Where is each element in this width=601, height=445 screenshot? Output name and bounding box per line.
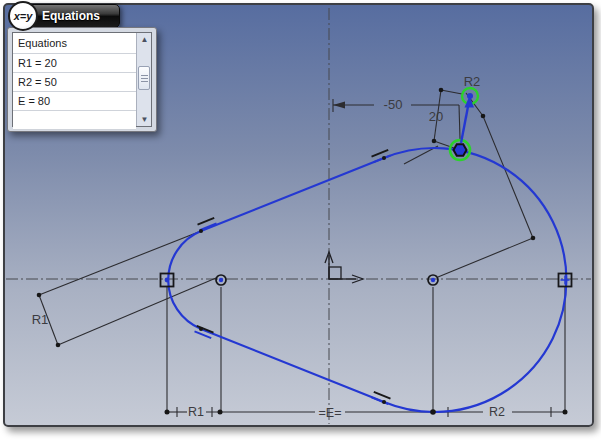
selection-arrow: [461, 96, 474, 143]
equations-panel: Equations R1 = 20 R2 = 50 E = 80 ▲ ▼: [7, 27, 157, 132]
left-circle-center-marker[interactable]: [216, 275, 226, 285]
sketch-markers[interactable]: [161, 274, 572, 287]
highlighted-points[interactable]: [450, 88, 478, 160]
r1-leader-to-center[interactable]: [58, 278, 216, 345]
r1-radius-label[interactable]: R1: [32, 312, 49, 327]
r1-leader-to-tangent[interactable]: [39, 231, 201, 295]
r2-ext-line[interactable]: [441, 90, 462, 94]
equations-rows: Equations R1 = 20 R2 = 50 E = 80: [13, 33, 136, 126]
equation-row-r1[interactable]: R1 = 20: [13, 54, 136, 73]
tangent-icon: [372, 150, 391, 162]
equations-scrollbar[interactable]: ▲ ▼: [136, 33, 151, 126]
dim-r1-text[interactable]: R1: [188, 405, 204, 419]
equations-list-header[interactable]: Equations: [13, 33, 136, 54]
dim-height-text[interactable]: 20: [429, 109, 443, 124]
tangent-icon: [198, 218, 217, 230]
equations-xy-icon: x=y: [8, 1, 38, 31]
scrollbar-thumb[interactable]: [138, 66, 150, 90]
scroll-down-icon[interactable]: ▼: [137, 113, 152, 126]
right-quadrant-point-marker[interactable]: [559, 274, 572, 287]
selected-arc-point-highlight[interactable]: [450, 140, 470, 160]
equation-row-e[interactable]: E = 80: [13, 92, 136, 111]
r2-radius-label[interactable]: R2: [464, 74, 481, 89]
equations-list: Equations R1 = 20 R2 = 50 E = 80 ▲ ▼: [12, 32, 152, 127]
dim-50-ext: [459, 105, 460, 139]
scroll-up-icon[interactable]: ▲: [137, 33, 152, 46]
left-quadrant-point-marker[interactable]: [161, 274, 174, 287]
dim-50-arrowhead: [333, 102, 345, 109]
equations-xy-icon-text: x=y: [14, 10, 33, 22]
belt-profile-curve[interactable]: [168, 148, 566, 412]
app-window: -50 20 R2 R1 R1 =E= R2 Equations x=y Equ…: [0, 0, 601, 445]
dim-e-text[interactable]: =E=: [319, 406, 342, 420]
equation-row-r2[interactable]: R2 = 50: [13, 73, 136, 92]
scrollbar-grip-icon: [141, 75, 148, 82]
equation-row-empty[interactable]: [13, 111, 136, 130]
dimension-lines[interactable]: [39, 90, 565, 417]
dim-offset-text[interactable]: -50: [384, 97, 403, 112]
equations-panel-title: Equations: [42, 9, 100, 23]
sketch-point-dots[interactable]: [37, 88, 568, 415]
dim-r2-text[interactable]: R2: [489, 405, 505, 419]
right-circle-center-marker[interactable]: [428, 275, 438, 285]
r2-leader-line[interactable]: [438, 93, 533, 277]
origin-axes-icon: [325, 252, 363, 283]
